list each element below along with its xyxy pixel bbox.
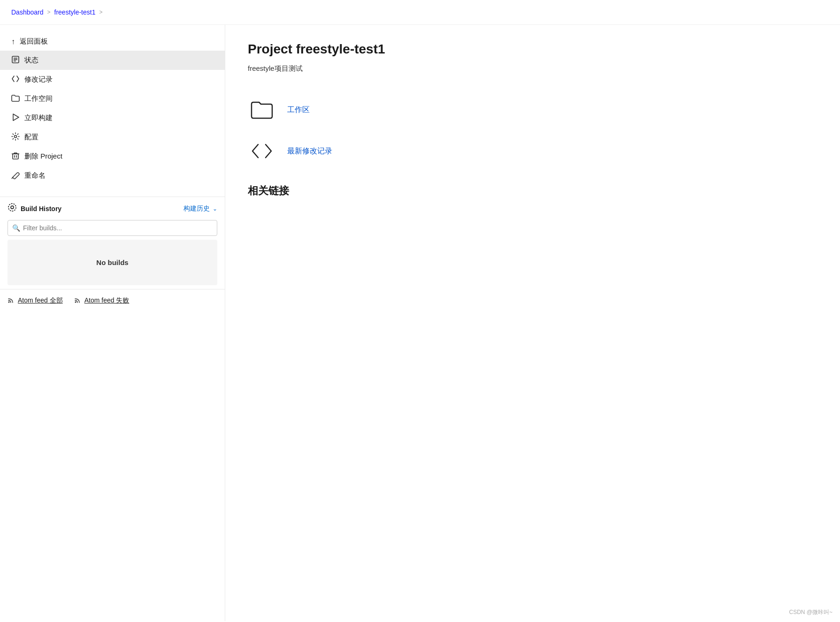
main-content: Project freestyle-test1 freestyle项目测试 工作…: [225, 25, 840, 621]
breadcrumb-dashboard[interactable]: Dashboard: [11, 8, 44, 16]
workspace-icon-box: [248, 96, 276, 124]
svg-point-15: [8, 204, 16, 211]
svg-marker-4: [13, 114, 19, 121]
sidebar-item-label: 删除 Project: [24, 152, 62, 161]
breadcrumb: Dashboard > freestyle-test1 >: [0, 0, 840, 25]
filter-builds-input[interactable]: [8, 220, 217, 236]
sidebar-item-label: 返回面板: [20, 37, 48, 46]
workspace-link-item: 工作区: [248, 96, 817, 124]
breadcrumb-sep2: >: [99, 9, 102, 15]
breadcrumb-project[interactable]: freestyle-test1: [54, 8, 96, 16]
sidebar-item-label: 重命名: [24, 171, 46, 180]
build-history-link-label: 构建历史: [183, 205, 210, 213]
config-icon: [11, 132, 20, 142]
sidebar-item-build[interactable]: 立即构建: [0, 108, 225, 128]
svg-line-13: [12, 177, 13, 179]
layout: ↑返回面板 状态 修改记录 工作空间: [0, 25, 840, 621]
atom-feeds: Atom feed 全部 Atom feed 失败: [0, 289, 225, 311]
build-history-title: Build History: [8, 203, 61, 214]
sidebar-item-back[interactable]: ↑返回面板: [0, 32, 225, 51]
rename-icon: [11, 171, 20, 181]
changes-icon: [11, 75, 20, 84]
atom-feed-fail-label: Atom feed 失败: [84, 296, 130, 305]
filter-builds-wrapper: 🔍: [8, 220, 217, 236]
build-history-section: Build History 构建历史 ⌄ 🔍 No builds: [0, 197, 225, 311]
chevron-down-icon: ⌄: [213, 205, 217, 212]
project-description: freestyle项目测试: [248, 64, 817, 73]
sidebar: ↑返回面板 状态 修改记录 工作空间: [0, 25, 225, 621]
no-builds-label: No builds: [96, 258, 128, 266]
build-history-right[interactable]: 构建历史 ⌄: [183, 205, 217, 213]
delete-icon: [11, 152, 20, 161]
sidebar-item-delete[interactable]: 删除 Project: [0, 147, 225, 166]
workspace-icon: [11, 94, 20, 104]
sidebar-item-label: 立即构建: [24, 114, 53, 122]
svg-point-14: [11, 206, 14, 209]
svg-rect-6: [13, 154, 18, 159]
project-links: 工作区 最新修改记录: [248, 96, 817, 165]
atom-feed-fail-icon: [74, 296, 82, 305]
search-icon: 🔍: [12, 224, 20, 232]
sidebar-item-config[interactable]: 配置: [0, 128, 225, 147]
svg-point-5: [15, 136, 17, 138]
build-history-icon: [8, 203, 17, 214]
svg-point-17: [75, 302, 76, 303]
sidebar-item-label: 修改记录: [24, 75, 53, 84]
atom-feed-all-link[interactable]: Atom feed 全部: [8, 296, 63, 305]
no-builds-box: No builds: [8, 240, 217, 285]
build-icon: [11, 113, 20, 123]
sidebar-item-workspace[interactable]: 工作空间: [0, 89, 225, 108]
atom-feed-fail-link[interactable]: Atom feed 失败: [74, 296, 130, 305]
sidebar-item-changes[interactable]: 修改记录: [0, 70, 225, 89]
sidebar-item-label: 状态: [24, 56, 38, 65]
changes-icon-box: [248, 137, 276, 165]
filter-builds-container: 🔍: [0, 220, 225, 240]
project-title: Project freestyle-test1: [248, 42, 817, 57]
watermark: CSDN @微咔叫~: [789, 608, 832, 616]
breadcrumb-sep1: >: [47, 9, 51, 15]
back-icon: ↑: [11, 38, 15, 46]
sidebar-item-label: 工作空间: [24, 94, 53, 103]
changes-link[interactable]: 最新修改记录: [287, 146, 332, 156]
changes-code-icon: [250, 139, 274, 163]
build-history-label: Build History: [21, 205, 61, 212]
sidebar-item-status[interactable]: 状态: [0, 51, 225, 70]
atom-feed-all-label: Atom feed 全部: [18, 296, 63, 305]
changes-link-item: 最新修改记录: [248, 137, 817, 165]
related-links-heading: 相关链接: [248, 184, 817, 198]
atom-feed-all-icon: [8, 296, 15, 305]
workspace-folder-icon: [250, 98, 274, 122]
build-history-header: Build History 构建历史 ⌄: [0, 197, 225, 220]
sidebar-nav: ↑返回面板 状态 修改记录 工作空间: [0, 32, 225, 185]
status-icon: [11, 55, 20, 65]
workspace-link[interactable]: 工作区: [287, 105, 310, 115]
sidebar-item-rename[interactable]: 重命名: [0, 166, 225, 185]
sidebar-item-label: 配置: [24, 133, 38, 142]
svg-point-16: [8, 302, 10, 303]
